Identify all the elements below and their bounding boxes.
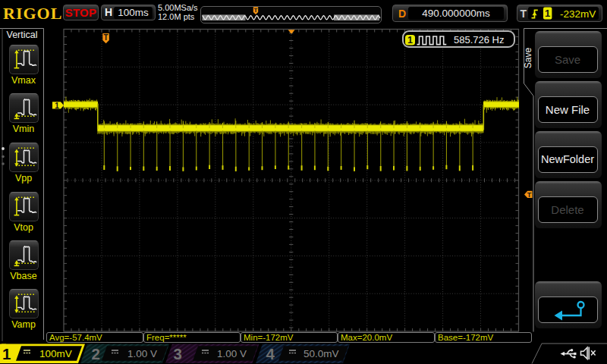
svg-text:585.726 Hz: 585.726 Hz (454, 34, 505, 46)
svg-text:1: 1 (55, 102, 59, 110)
svg-text:T: T (254, 7, 258, 14)
svg-text:Save: Save (523, 48, 533, 69)
svg-text:-232mV: -232mV (560, 8, 596, 20)
svg-text:1: 1 (545, 8, 550, 19)
svg-text:1: 1 (407, 35, 413, 46)
svg-text:T: T (527, 191, 532, 199)
svg-text:T: T (104, 33, 109, 42)
